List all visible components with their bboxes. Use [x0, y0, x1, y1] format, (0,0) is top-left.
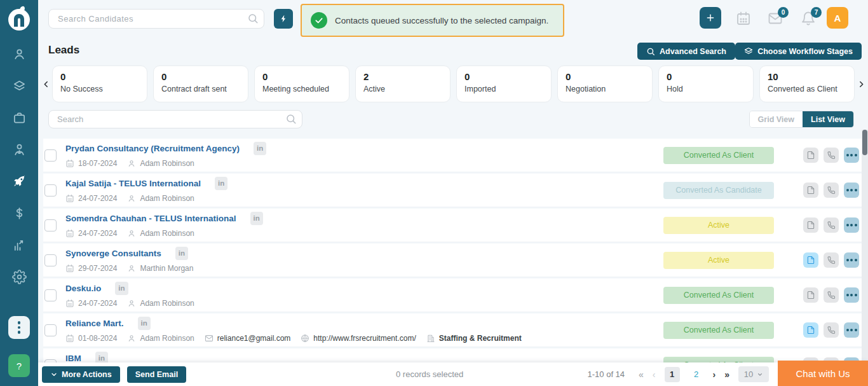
stage-card[interactable]: 0Contract draft sent [153, 65, 248, 102]
more-options-icon[interactable] [844, 148, 859, 163]
status-badge[interactable]: Converted As Client [663, 287, 774, 304]
vertical-scrollbar[interactable] [862, 130, 868, 386]
lead-info: Desku.ioin24-07-2024Adam Robinson [65, 282, 194, 308]
lead-name-link[interactable]: Reliance Mart. [65, 319, 124, 328]
search-candidates-input[interactable] [48, 9, 264, 29]
linkedin-icon[interactable]: in [250, 212, 263, 225]
stages-scroll-right-icon[interactable] [857, 65, 865, 102]
page-size-select[interactable]: 10 [738, 366, 769, 382]
more-options-icon[interactable] [844, 287, 859, 303]
stage-card[interactable]: 10Converted as Client [759, 65, 855, 102]
document-icon[interactable] [803, 183, 818, 198]
sidebar-item-clients[interactable] [0, 134, 38, 165]
row-checkbox[interactable] [44, 289, 57, 301]
status-badge[interactable]: Converted As Candidate [663, 182, 774, 199]
list-search-input[interactable] [48, 110, 302, 128]
document-icon[interactable] [803, 252, 818, 268]
document-icon[interactable] [803, 322, 818, 338]
lead-name-link[interactable]: IBM [65, 354, 81, 363]
stage-count: 0 [262, 71, 341, 82]
stage-card[interactable]: 0Negotiation [557, 65, 653, 102]
more-options-icon[interactable] [844, 322, 859, 338]
stage-card[interactable]: 0No Success [52, 65, 147, 102]
choose-workflow-stages-button[interactable]: Choose Workflow Stages [735, 43, 862, 60]
app-logo[interactable] [6, 5, 32, 32]
advanced-search-label: Advanced Search [660, 47, 726, 56]
sidebar-item-settings[interactable] [0, 261, 38, 293]
linkedin-icon[interactable]: in [138, 317, 151, 330]
chat-with-us-button[interactable]: Chat with Us [778, 361, 868, 386]
stage-card[interactable]: 0Hold [658, 65, 754, 102]
lead-name-link[interactable]: Kajal Satija - TELUS International [65, 179, 201, 188]
page-number-2[interactable]: 2 [689, 367, 704, 382]
sidebar-item-sales[interactable] [0, 197, 38, 229]
next-page-icon[interactable]: › [713, 369, 716, 380]
document-icon[interactable] [803, 148, 818, 163]
success-toast[interactable]: Contacts queued successfully to the sele… [301, 4, 564, 37]
lead-meta: 24-07-2024Adam Robinson [65, 194, 227, 203]
phone-icon[interactable] [824, 287, 839, 303]
status-badge[interactable]: Active [663, 217, 774, 234]
phone-icon[interactable] [824, 183, 839, 198]
calendar-icon[interactable] [736, 11, 751, 26]
document-icon[interactable] [803, 287, 818, 303]
lead-name-link[interactable]: Prydan Consultancy (Recruitment Agency) [65, 144, 240, 153]
page-number-current[interactable]: 1 [665, 367, 680, 382]
row-checkbox[interactable] [44, 324, 57, 336]
phone-icon[interactable] [824, 252, 839, 268]
lead-name-link[interactable]: Somendra Chauhan - TELUS International [65, 214, 236, 223]
lead-name-link[interactable]: Desku.io [65, 284, 101, 293]
stages-scroll-left-icon[interactable] [41, 65, 50, 102]
previous-page-icon[interactable]: ‹ [653, 369, 656, 380]
grid-view-button[interactable]: Grid View [750, 111, 803, 127]
row-checkbox[interactable] [44, 149, 57, 162]
row-checkbox[interactable] [44, 184, 57, 196]
status-badge[interactable]: Converted As Client [663, 147, 774, 164]
document-icon[interactable] [803, 217, 818, 233]
sidebar-item-reports[interactable] [0, 229, 38, 261]
last-page-icon[interactable]: » [724, 369, 729, 380]
chart-icon [12, 238, 27, 252]
mail-icon[interactable]: 0 [768, 11, 783, 26]
phone-icon[interactable] [824, 322, 839, 338]
search-icon [646, 47, 655, 56]
notifications-bell-icon[interactable]: 7 [801, 11, 816, 26]
sidebar-item-jobs[interactable] [0, 102, 38, 134]
list-item: Kajal Satija - TELUS Internationalin24-0… [43, 174, 862, 207]
list-view-button[interactable]: List View [803, 111, 853, 127]
more-options-icon[interactable] [844, 183, 859, 198]
linkedin-icon[interactable]: in [254, 142, 266, 155]
linkedin-icon[interactable]: in [215, 177, 227, 190]
row-checkbox[interactable] [44, 219, 57, 231]
status-badge[interactable]: Active [663, 252, 774, 269]
sidebar-bottom: ? [8, 316, 30, 377]
linkedin-icon[interactable]: in [175, 247, 188, 260]
stage-card[interactable]: 0Imported [456, 65, 552, 102]
stage-card[interactable]: 2Active [355, 65, 451, 102]
send-email-label: Send Email [135, 370, 178, 379]
sidebar-item-workflow[interactable] [0, 70, 38, 102]
first-page-icon[interactable]: « [639, 369, 644, 380]
help-icon[interactable]: ? [8, 354, 30, 377]
advanced-search-button[interactable]: Advanced Search [637, 43, 735, 60]
send-email-button[interactable]: Send Email [127, 366, 186, 383]
lead-website-link[interactable]: http://www.frsrecruitment.com/ [301, 334, 416, 343]
scrollbar-thumb[interactable] [862, 130, 867, 155]
quick-actions-button[interactable] [274, 9, 293, 29]
status-badge[interactable]: Converted As Client [663, 322, 774, 339]
sidebar-item-leads[interactable] [0, 165, 38, 197]
linkedin-icon[interactable]: in [115, 282, 128, 295]
more-options-icon[interactable] [844, 217, 859, 233]
more-options-icon[interactable] [844, 252, 859, 268]
stage-card[interactable]: 0Meeting scheduled [254, 65, 349, 102]
row-checkbox[interactable] [44, 254, 57, 266]
phone-icon[interactable] [824, 217, 839, 233]
lead-name-link[interactable]: Synoverge Consultants [65, 249, 161, 258]
sidebar-more-options-icon[interactable] [8, 316, 30, 339]
phone-icon[interactable] [824, 148, 839, 163]
avatar[interactable]: A [827, 7, 848, 29]
lead-email[interactable]: reliance1@gmail.com [205, 334, 291, 343]
sidebar-item-candidates[interactable] [0, 38, 38, 70]
more-actions-button[interactable]: More Actions [42, 366, 120, 383]
add-new-button[interactable] [700, 7, 721, 29]
